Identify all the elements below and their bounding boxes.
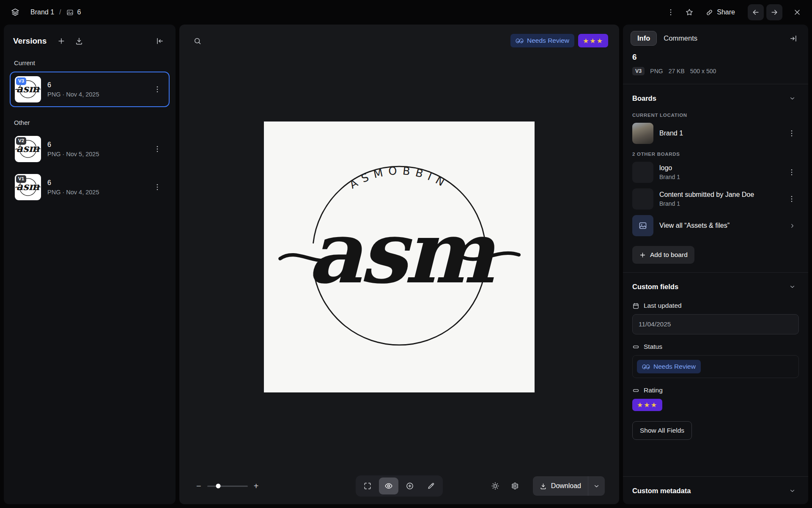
fullscreen-button[interactable] — [358, 478, 377, 494]
board-row-current[interactable]: Brand 1 — [632, 123, 799, 144]
zoom-slider[interactable] — [207, 481, 248, 491]
version-menu-button[interactable] — [150, 82, 165, 97]
pen-icon — [427, 482, 435, 490]
rating-label: Rating — [644, 387, 663, 394]
download-icon — [540, 483, 547, 490]
custom-metadata-collapse-button[interactable] — [786, 484, 799, 497]
rating-field[interactable]: ★★★ — [632, 399, 799, 411]
breadcrumb-current: 6 — [66, 8, 81, 16]
arrow-left-icon — [752, 8, 760, 17]
kebab-icon — [787, 195, 796, 203]
add-to-board-button[interactable]: Add to board — [632, 246, 694, 264]
version-item-v2[interactable]: asm V2 6 PNG · Nov 5, 2025 — [10, 131, 170, 167]
boards-collapse-button[interactable] — [786, 92, 799, 105]
plus-circle-icon — [406, 482, 414, 490]
info-panel: Info Comments 6 V3 PNG 27 KB 500 x 500 — [623, 25, 808, 504]
download-split-button: Download — [533, 476, 605, 496]
version-info: 6 PNG · Nov 4, 2025 — [47, 179, 99, 196]
version-info: 6 PNG · Nov 5, 2025 — [47, 141, 99, 157]
view-tools — [356, 475, 443, 497]
version-menu-button[interactable] — [150, 142, 165, 156]
download-options-button[interactable] — [588, 476, 605, 496]
tab-info[interactable]: Info — [631, 31, 657, 46]
image-icon — [66, 9, 74, 16]
info-panel-body: 6 V3 PNG 27 KB 500 x 500 Boards CURRE — [623, 51, 808, 504]
select-field-icon — [632, 343, 639, 351]
asset-size: 27 KB — [669, 68, 685, 75]
edit-button[interactable] — [421, 478, 441, 494]
asset-meta: V3 PNG 27 KB 500 x 500 — [632, 67, 799, 75]
download-versions-button[interactable] — [72, 34, 86, 48]
versions-current-label: Current — [4, 58, 176, 72]
board-row-content-submitted[interactable]: Content submitted by Jane Doe Brand 1 — [632, 188, 799, 210]
view-all-assets-row[interactable]: View all “Assets & files” — [632, 215, 799, 236]
next-asset-button[interactable] — [766, 4, 782, 20]
panel-collapse-left-icon — [156, 37, 164, 45]
previous-asset-button[interactable] — [748, 4, 764, 20]
version-item-v1[interactable]: asm V1 6 PNG · Nov 4, 2025 — [10, 169, 170, 205]
board-thumbnail — [632, 123, 653, 144]
version-thumbnail: asm V1 — [15, 174, 41, 200]
arrow-right-icon — [770, 8, 779, 17]
fullscreen-icon — [363, 482, 372, 490]
status-value-label: Needs Review — [653, 363, 696, 370]
versions-panel: Versions Current asm — [4, 25, 176, 504]
download-button[interactable]: Download — [533, 476, 588, 496]
board-row-logo[interactable]: logo Brand 1 — [632, 162, 799, 183]
custom-fields-section: Custom fields Last updated Status — [623, 272, 808, 448]
last-updated-input[interactable] — [632, 314, 799, 334]
board-parent: Brand 1 — [659, 200, 754, 207]
add-version-button[interactable] — [54, 34, 69, 48]
versions-header: Versions — [4, 25, 176, 58]
rating-badge[interactable]: ★★★ — [578, 34, 608, 47]
status-field[interactable]: Needs Review — [632, 355, 799, 378]
version-info: 6 PNG · Nov 4, 2025 — [47, 81, 99, 98]
breadcrumb-parent[interactable]: Brand 1 — [30, 8, 54, 16]
asset-version-chip: V3 — [632, 67, 645, 75]
close-button[interactable] — [790, 5, 804, 19]
more-options-button[interactable] — [664, 5, 678, 19]
rating-value-badge[interactable]: ★★★ — [632, 399, 662, 411]
search-button[interactable] — [190, 34, 205, 48]
share-label: Share — [717, 8, 735, 16]
asm-logo-artwork: ASMOBBIN asm — [264, 121, 535, 392]
settings-button[interactable] — [508, 479, 522, 493]
version-name: 6 — [47, 81, 99, 89]
custom-fields-collapse-button[interactable] — [786, 280, 799, 293]
version-meta: PNG · Nov 4, 2025 — [47, 189, 99, 196]
tab-comments[interactable]: Comments — [659, 31, 702, 46]
versions-other-label: Other — [4, 110, 176, 131]
eyes-icon — [516, 38, 524, 44]
svg-text:ASMOBBIN: ASMOBBIN — [347, 164, 451, 191]
preview-mode-button[interactable] — [379, 478, 398, 494]
kebab-icon — [787, 129, 796, 138]
board-name: Brand 1 — [659, 130, 683, 137]
custom-fields-title: Custom fields — [632, 283, 678, 291]
show-all-fields-button[interactable]: Show All Fields — [632, 421, 692, 440]
last-updated-label: Last updated — [644, 302, 682, 309]
version-item-v3[interactable]: asm V3 6 PNG · Nov 4, 2025 — [10, 72, 170, 107]
collapse-info-panel-button[interactable] — [786, 31, 801, 46]
favorite-button[interactable] — [682, 5, 697, 19]
board-menu-button[interactable] — [785, 126, 799, 141]
share-button[interactable]: Share — [701, 5, 740, 19]
zoom-out-button[interactable]: − — [194, 480, 204, 493]
view-all-label: View all “Assets & files” — [659, 222, 730, 229]
board-thumbnail — [632, 188, 653, 210]
image-icon — [639, 221, 647, 230]
version-thumbnail: asm V3 — [15, 76, 41, 102]
version-menu-button[interactable] — [150, 180, 165, 194]
status-label-row: Status — [632, 343, 799, 351]
board-menu-button[interactable] — [785, 192, 799, 206]
collapse-versions-panel-button[interactable] — [153, 34, 167, 48]
background-brightness-button[interactable] — [488, 479, 502, 493]
annotate-button[interactable] — [400, 478, 420, 494]
breadcrumb-current-label: 6 — [77, 8, 81, 16]
app-logo-button[interactable] — [8, 5, 23, 20]
status-badge[interactable]: Needs Review — [510, 34, 574, 47]
boards-section-title: Boards — [632, 94, 656, 102]
zoom-in-button[interactable]: + — [251, 480, 261, 493]
zoom-slider-thumb[interactable] — [216, 484, 220, 489]
board-menu-button[interactable] — [785, 165, 799, 179]
status-value-badge[interactable]: Needs Review — [637, 360, 701, 373]
